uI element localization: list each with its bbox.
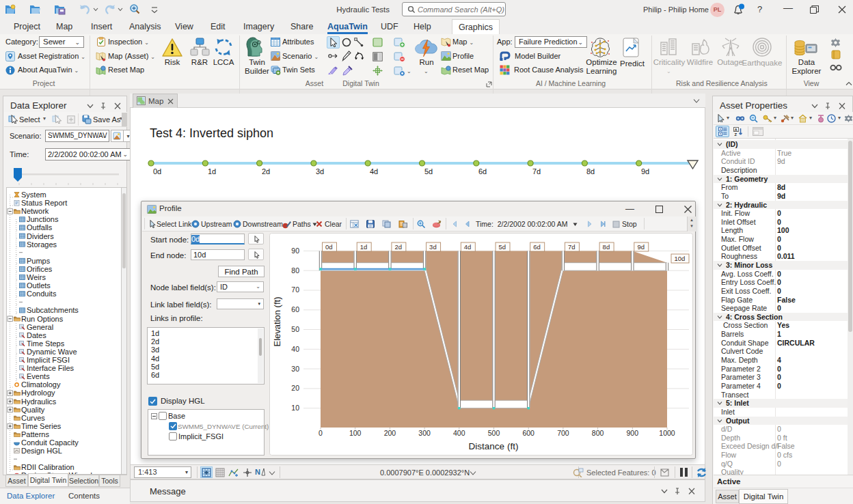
svg-text:700: 700 bbox=[557, 429, 569, 437]
svg-text:6d: 6d bbox=[478, 167, 487, 176]
svg-text:General: General bbox=[27, 323, 53, 331]
svg-text:Dividers: Dividers bbox=[27, 232, 54, 240]
svg-text:Distance (ft): Distance (ft) bbox=[469, 441, 519, 451]
svg-text:20: 20 bbox=[291, 384, 299, 392]
svg-text:30: 30 bbox=[291, 365, 299, 373]
svg-text:100: 100 bbox=[349, 429, 362, 437]
svg-text:7d: 7d bbox=[532, 167, 541, 176]
svg-text:Status Report: Status Report bbox=[21, 199, 67, 207]
svg-text:300: 300 bbox=[418, 429, 431, 437]
svg-text:Curves: Curves bbox=[21, 414, 45, 422]
svg-text:Hydraulics: Hydraulics bbox=[21, 397, 57, 406]
svg-text:9d: 9d bbox=[638, 243, 645, 251]
svg-text:Run Options: Run Options bbox=[21, 315, 64, 323]
svg-text:10: 10 bbox=[291, 404, 299, 412]
svg-text:Interface Files: Interface Files bbox=[27, 364, 75, 372]
svg-text:800: 800 bbox=[592, 429, 604, 437]
svg-text:A: A bbox=[735, 128, 738, 132]
svg-text:Junctions: Junctions bbox=[27, 215, 59, 223]
svg-text:4d: 4d bbox=[464, 243, 472, 251]
svg-text:3d: 3d bbox=[429, 243, 437, 251]
svg-text:Outfalls: Outfalls bbox=[27, 223, 53, 232]
svg-text:0d: 0d bbox=[325, 243, 333, 251]
svg-text:6d: 6d bbox=[533, 243, 541, 251]
svg-text:2d: 2d bbox=[262, 167, 270, 176]
svg-text:50: 50 bbox=[291, 325, 299, 333]
svg-text:1d: 1d bbox=[360, 243, 368, 251]
svg-text:Orifices: Orifices bbox=[27, 265, 53, 273]
svg-text:Conduits: Conduits bbox=[27, 290, 57, 298]
svg-text:Implicit FSGI: Implicit FSGI bbox=[27, 356, 70, 364]
svg-text:10d: 10d bbox=[675, 255, 686, 262]
svg-text:Patterns: Patterns bbox=[21, 430, 49, 438]
svg-text:7d: 7d bbox=[568, 243, 576, 251]
svg-text:Climatology: Climatology bbox=[21, 380, 61, 389]
svg-text:4d: 4d bbox=[370, 167, 378, 176]
svg-text:600: 600 bbox=[522, 429, 534, 437]
svg-text:Time Series: Time Series bbox=[21, 422, 62, 430]
svg-text:900: 900 bbox=[627, 429, 639, 437]
svg-text:0d: 0d bbox=[153, 167, 161, 176]
svg-text:2d: 2d bbox=[394, 243, 402, 251]
svg-text:3d: 3d bbox=[316, 167, 324, 176]
svg-text:Network: Network bbox=[21, 207, 49, 215]
svg-text:Pumps: Pumps bbox=[27, 257, 51, 265]
svg-text:Conduit Capacity: Conduit Capacity bbox=[21, 438, 79, 447]
svg-text:Weirs: Weirs bbox=[27, 273, 46, 281]
svg-text:60: 60 bbox=[291, 305, 299, 313]
svg-text:Dynamic Wave: Dynamic Wave bbox=[27, 348, 77, 356]
svg-text:5d: 5d bbox=[499, 243, 506, 251]
svg-text:40: 40 bbox=[291, 345, 299, 353]
svg-text:Outlets: Outlets bbox=[27, 281, 51, 290]
svg-text:70: 70 bbox=[291, 285, 299, 294]
svg-text:9d: 9d bbox=[641, 167, 649, 176]
svg-text:Subcatchments: Subcatchments bbox=[27, 306, 79, 314]
svg-text:8d: 8d bbox=[603, 243, 610, 251]
svg-text:80: 80 bbox=[291, 266, 299, 275]
svg-text:500: 500 bbox=[488, 429, 500, 437]
svg-text:Events: Events bbox=[27, 372, 50, 380]
svg-text:Elevation (ft): Elevation (ft) bbox=[272, 297, 282, 347]
svg-text:Time Steps: Time Steps bbox=[27, 339, 65, 348]
svg-text:Design HGL: Design HGL bbox=[21, 447, 62, 455]
svg-text:Quality: Quality bbox=[21, 406, 45, 414]
svg-text:400: 400 bbox=[453, 429, 465, 437]
svg-text:1000: 1000 bbox=[659, 429, 675, 437]
svg-text:System: System bbox=[21, 191, 46, 199]
svg-text:200: 200 bbox=[384, 429, 396, 437]
svg-text:Storages: Storages bbox=[27, 240, 57, 249]
svg-text:90: 90 bbox=[291, 247, 299, 255]
svg-text:1d: 1d bbox=[208, 167, 216, 176]
svg-text:5d: 5d bbox=[424, 167, 433, 176]
svg-text:Hydrology: Hydrology bbox=[21, 389, 55, 397]
svg-text:Dates: Dates bbox=[27, 331, 46, 339]
svg-text:RDII Calibration: RDII Calibration bbox=[21, 463, 75, 471]
svg-text:Z: Z bbox=[735, 132, 737, 137]
svg-text:N: N bbox=[255, 468, 260, 476]
svg-text:0: 0 bbox=[319, 429, 323, 437]
svg-text:8d: 8d bbox=[586, 167, 595, 176]
